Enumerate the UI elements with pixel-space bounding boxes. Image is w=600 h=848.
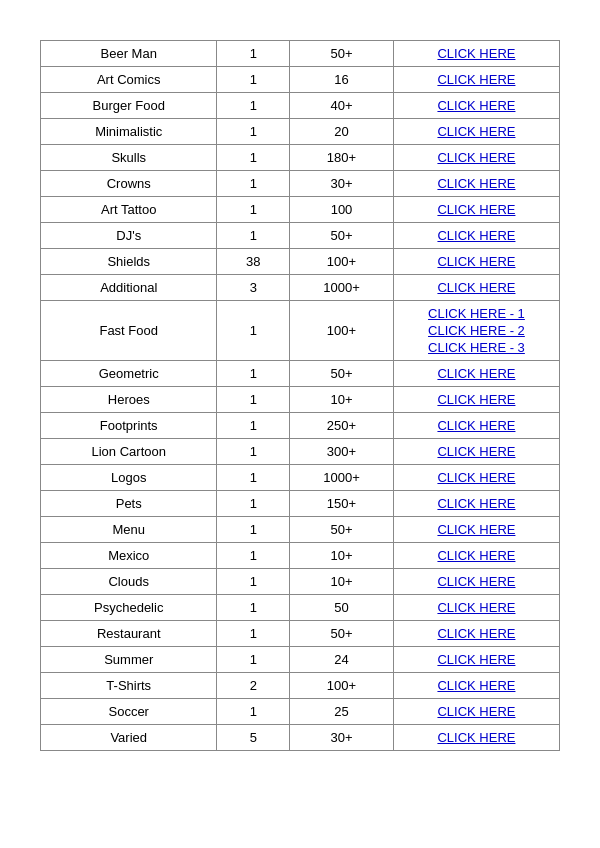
click-here-link[interactable]: CLICK HERE: [437, 704, 515, 719]
row-col2: 1: [217, 413, 290, 439]
row-col2: 1: [217, 171, 290, 197]
click-here-link[interactable]: CLICK HERE: [437, 280, 515, 295]
row-name: Burger Food: [41, 93, 217, 119]
row-col3: 50+: [290, 41, 394, 67]
row-col2: 1: [217, 93, 290, 119]
row-links-cell: CLICK HERE: [393, 275, 559, 301]
row-col3: 150+: [290, 491, 394, 517]
row-col2: 1: [217, 569, 290, 595]
row-col2: 1: [217, 119, 290, 145]
click-here-link[interactable]: CLICK HERE: [437, 730, 515, 745]
click-here-link[interactable]: CLICK HERE: [437, 366, 515, 381]
row-col3: 50+: [290, 361, 394, 387]
table-row: Lion Cartoon1300+CLICK HERE: [41, 439, 560, 465]
click-here-link[interactable]: CLICK HERE: [437, 98, 515, 113]
row-name: Beer Man: [41, 41, 217, 67]
table-row: Menu150+CLICK HERE: [41, 517, 560, 543]
multi-link-container: CLICK HERE - 1CLICK HERE - 2CLICK HERE -…: [402, 306, 551, 355]
click-here-link[interactable]: CLICK HERE: [437, 522, 515, 537]
click-here-link[interactable]: CLICK HERE - 3: [428, 340, 525, 355]
click-here-link[interactable]: CLICK HERE: [437, 176, 515, 191]
click-here-link[interactable]: CLICK HERE - 1: [428, 306, 525, 321]
click-here-link[interactable]: CLICK HERE: [437, 254, 515, 269]
click-here-link[interactable]: CLICK HERE: [437, 496, 515, 511]
row-name: Heroes: [41, 387, 217, 413]
table-row: Soccer125CLICK HERE: [41, 699, 560, 725]
row-col3: 50+: [290, 517, 394, 543]
row-links-cell: CLICK HERE: [393, 67, 559, 93]
table-row: Clouds110+CLICK HERE: [41, 569, 560, 595]
click-here-link[interactable]: CLICK HERE: [437, 678, 515, 693]
row-name: Additional: [41, 275, 217, 301]
click-here-link[interactable]: CLICK HERE: [437, 418, 515, 433]
row-col3: 20: [290, 119, 394, 145]
row-name: Skulls: [41, 145, 217, 171]
table-row: Summer124CLICK HERE: [41, 647, 560, 673]
main-table: Beer Man150+CLICK HEREArt Comics116CLICK…: [40, 40, 560, 751]
row-links-cell: CLICK HERE: [393, 699, 559, 725]
row-links-cell: CLICK HERE: [393, 197, 559, 223]
click-here-link[interactable]: CLICK HERE: [437, 574, 515, 589]
row-col3: 50: [290, 595, 394, 621]
row-col3: 10+: [290, 569, 394, 595]
row-name: Minimalistic: [41, 119, 217, 145]
row-col3: 10+: [290, 387, 394, 413]
row-col2: 1: [217, 621, 290, 647]
row-name: Art Comics: [41, 67, 217, 93]
row-links-cell: CLICK HERE: [393, 361, 559, 387]
click-here-link[interactable]: CLICK HERE - 2: [428, 323, 525, 338]
table-row: Minimalistic120CLICK HERE: [41, 119, 560, 145]
row-col2: 1: [217, 197, 290, 223]
click-here-link[interactable]: CLICK HERE: [437, 652, 515, 667]
row-links-cell: CLICK HERE: [393, 465, 559, 491]
row-col3: 100: [290, 197, 394, 223]
click-here-link[interactable]: CLICK HERE: [437, 470, 515, 485]
click-here-link[interactable]: CLICK HERE: [437, 72, 515, 87]
row-col3: 40+: [290, 93, 394, 119]
row-col2: 3: [217, 275, 290, 301]
click-here-link[interactable]: CLICK HERE: [437, 150, 515, 165]
click-here-link[interactable]: CLICK HERE: [437, 46, 515, 61]
click-here-link[interactable]: CLICK HERE: [437, 228, 515, 243]
row-links-cell: CLICK HERE: [393, 647, 559, 673]
row-links-cell: CLICK HERE: [393, 249, 559, 275]
row-links-cell: CLICK HERE: [393, 41, 559, 67]
row-name: Geometric: [41, 361, 217, 387]
row-col2: 1: [217, 595, 290, 621]
row-name: Menu: [41, 517, 217, 543]
click-here-link[interactable]: CLICK HERE: [437, 548, 515, 563]
click-here-link[interactable]: CLICK HERE: [437, 626, 515, 641]
row-col3: 100+: [290, 673, 394, 699]
click-here-link[interactable]: CLICK HERE: [437, 124, 515, 139]
row-col2: 1: [217, 361, 290, 387]
click-here-link[interactable]: CLICK HERE: [437, 202, 515, 217]
row-name: Logos: [41, 465, 217, 491]
row-col2: 1: [217, 543, 290, 569]
row-col3: 24: [290, 647, 394, 673]
click-here-link[interactable]: CLICK HERE: [437, 600, 515, 615]
row-col3: 50+: [290, 621, 394, 647]
row-links-cell: CLICK HERE: [393, 725, 559, 751]
row-links-cell: CLICK HERE: [393, 119, 559, 145]
row-col2: 1: [217, 301, 290, 361]
row-name: Psychedelic: [41, 595, 217, 621]
row-name: Lion Cartoon: [41, 439, 217, 465]
click-here-link[interactable]: CLICK HERE: [437, 392, 515, 407]
table-row: Geometric150+CLICK HERE: [41, 361, 560, 387]
click-here-link[interactable]: CLICK HERE: [437, 444, 515, 459]
table-row: Beer Man150+CLICK HERE: [41, 41, 560, 67]
row-links-cell: CLICK HERE: [393, 413, 559, 439]
row-links-cell: CLICK HERE: [393, 517, 559, 543]
row-col3: 50+: [290, 223, 394, 249]
row-name: Fast Food: [41, 301, 217, 361]
row-col2: 1: [217, 387, 290, 413]
table-row: Skulls1180+CLICK HERE: [41, 145, 560, 171]
row-col3: 300+: [290, 439, 394, 465]
table-row: Shields38100+CLICK HERE: [41, 249, 560, 275]
row-col3: 30+: [290, 725, 394, 751]
row-col3: 100+: [290, 249, 394, 275]
row-col2: 1: [217, 465, 290, 491]
row-col2: 1: [217, 647, 290, 673]
row-col2: 1: [217, 491, 290, 517]
table-row: T-Shirts2100+CLICK HERE: [41, 673, 560, 699]
